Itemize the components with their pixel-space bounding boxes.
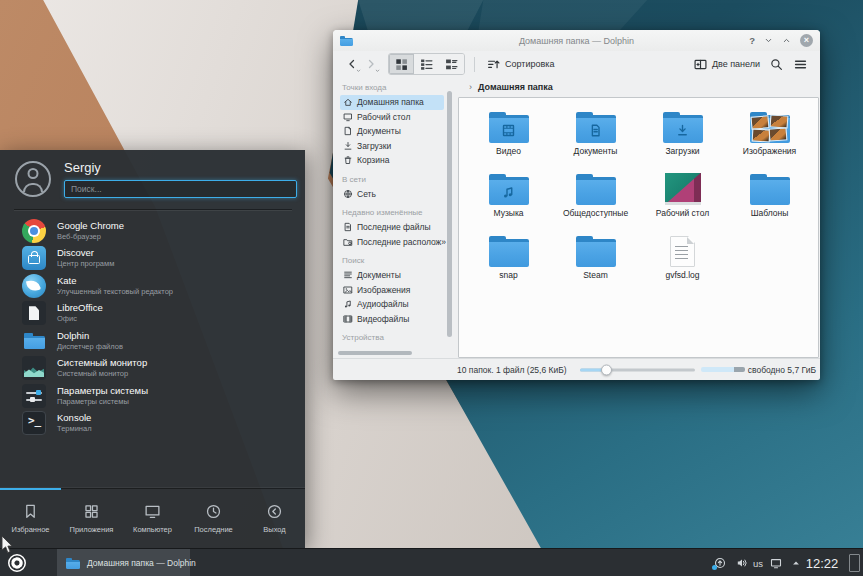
file-label: gvfsd.log bbox=[665, 270, 699, 280]
close-button[interactable]: × bbox=[800, 34, 813, 47]
clipboard-tray-icon[interactable] bbox=[770, 557, 782, 569]
favorite-item[interactable]: Параметры системы Параметры системы bbox=[0, 382, 305, 410]
places-horizontal-scrollbar[interactable] bbox=[338, 351, 412, 355]
launcher-tab-Последние[interactable]: Последние bbox=[183, 489, 244, 548]
recent-location-icon bbox=[343, 237, 353, 247]
places-item-label: Видеофайлы bbox=[357, 314, 409, 324]
file-label: Steam bbox=[583, 270, 608, 280]
places-item[interactable]: Аудиофайлы bbox=[340, 297, 444, 312]
zoom-slider-knob[interactable] bbox=[601, 364, 612, 375]
favorite-item[interactable]: Discover Центр программ bbox=[0, 245, 305, 273]
keyboard-layout-indicator[interactable]: us bbox=[753, 557, 763, 568]
file-item[interactable]: Видео bbox=[465, 107, 552, 169]
icons-view-button[interactable] bbox=[389, 54, 414, 74]
updates-tray-icon[interactable] bbox=[714, 557, 726, 569]
user-name: Sergiy bbox=[64, 160, 101, 175]
clock-icon bbox=[205, 503, 222, 520]
file-item[interactable]: Документы bbox=[552, 107, 639, 169]
show-desktop-button[interactable] bbox=[849, 554, 860, 572]
favorite-item[interactable]: Dolphin Диспетчер файлов bbox=[0, 327, 305, 355]
file-item[interactable]: Рабочий стол bbox=[639, 169, 726, 231]
folder-icon bbox=[66, 558, 80, 569]
tree-view-button[interactable] bbox=[439, 54, 464, 74]
places-item[interactable]: Домашняя папка bbox=[340, 95, 444, 110]
volume-tray-icon[interactable] bbox=[736, 557, 748, 569]
menu-button[interactable] bbox=[790, 54, 811, 74]
favorite-item[interactable]: >_ Konsole Терминал bbox=[0, 410, 305, 438]
places-item-label: Последние располож» bbox=[357, 237, 446, 247]
favorite-subtitle: Системный монитор bbox=[57, 370, 147, 378]
minimize-button[interactable] bbox=[764, 36, 773, 45]
zoom-slider[interactable] bbox=[580, 364, 695, 375]
places-item[interactable]: Изображения bbox=[340, 283, 444, 298]
document-overlay-icon bbox=[576, 118, 616, 142]
split-view-button[interactable]: Две панели bbox=[691, 54, 763, 74]
places-item[interactable]: Видеофайлы bbox=[340, 312, 444, 327]
breadcrumb[interactable]: › Домашняя папка bbox=[458, 77, 820, 97]
favorite-item[interactable]: Kate Улучшенный текстовый редактор bbox=[0, 272, 305, 300]
details-view-button[interactable] bbox=[414, 54, 439, 74]
file-item[interactable]: Шаблоны bbox=[726, 169, 813, 231]
search-input[interactable] bbox=[64, 180, 297, 198]
favorite-item[interactable]: Системный монитор Системный монитор bbox=[0, 355, 305, 383]
file-label: Изображения bbox=[743, 146, 796, 156]
places-item[interactable]: Документы bbox=[340, 124, 444, 139]
titlebar[interactable]: Домашняя папка — Dolphin ? × bbox=[333, 30, 820, 51]
launcher-tab-label: Компьютер bbox=[133, 525, 172, 534]
places-panel: Точки входаДомашняя папкаРабочий столДок… bbox=[333, 77, 458, 358]
favorite-subtitle: Терминал bbox=[57, 425, 92, 433]
split-view-icon bbox=[694, 58, 707, 71]
file-item[interactable]: Загрузки bbox=[639, 107, 726, 169]
launcher-divider bbox=[14, 209, 292, 210]
film-overlay-icon bbox=[489, 118, 529, 142]
places-vertical-scrollbar[interactable] bbox=[447, 91, 452, 337]
launcher-tab-Выход[interactable]: Выход bbox=[244, 489, 305, 548]
favorite-subtitle: Параметры системы bbox=[57, 398, 148, 406]
user-avatar[interactable] bbox=[15, 161, 51, 197]
photo-thumbnails bbox=[751, 115, 789, 143]
sort-button[interactable]: Сортировка bbox=[484, 54, 557, 74]
places-section-header: В сети bbox=[342, 175, 444, 184]
taskbar-task-dolphin[interactable]: Домашняя папка — Dolphin bbox=[57, 549, 190, 576]
help-button[interactable]: ? bbox=[749, 35, 755, 46]
favorite-item[interactable]: LibreOffice Офис bbox=[0, 300, 305, 328]
back-button[interactable] bbox=[342, 54, 361, 74]
trash-icon bbox=[343, 155, 353, 165]
launcher-tab-Приложения[interactable]: Приложения bbox=[61, 489, 122, 548]
audio-icon bbox=[343, 299, 353, 309]
places-item-label: Аудиофайлы bbox=[357, 299, 409, 309]
favorite-title: Discover bbox=[57, 248, 114, 259]
clock[interactable]: 12:22 bbox=[800, 555, 844, 570]
places-item[interactable]: Рабочий стол bbox=[340, 110, 444, 125]
folder-view[interactable]: Видео Документы Загрузки Изображения Муз… bbox=[458, 97, 819, 358]
favorite-title: Google Chrome bbox=[57, 221, 124, 232]
file-label: Общедоступные bbox=[563, 208, 628, 218]
places-item-label: Загрузки bbox=[357, 141, 391, 151]
places-item[interactable]: Корзина bbox=[340, 153, 444, 168]
maximize-button[interactable] bbox=[782, 36, 791, 45]
favorite-subtitle: Веб-браузер bbox=[57, 233, 124, 241]
forward-button[interactable] bbox=[361, 54, 380, 74]
file-item[interactable]: Общедоступные bbox=[552, 169, 639, 231]
file-item[interactable]: Steam bbox=[552, 231, 639, 293]
places-item[interactable]: Последние располож» bbox=[340, 235, 444, 250]
file-item[interactable]: Изображения bbox=[726, 107, 813, 169]
places-item[interactable]: Последние файлы bbox=[340, 220, 444, 235]
folder-icon bbox=[576, 174, 616, 205]
places-item[interactable]: Загрузки bbox=[340, 139, 444, 154]
favorite-subtitle: Офис bbox=[57, 315, 103, 323]
search-icon bbox=[770, 58, 783, 71]
search-button[interactable] bbox=[766, 54, 787, 74]
places-item[interactable]: Сеть bbox=[340, 187, 444, 202]
recent-file-icon bbox=[343, 222, 353, 232]
places-item-label: Корзина bbox=[357, 155, 389, 165]
folder-icon bbox=[576, 236, 616, 267]
launcher-tab-Компьютер[interactable]: Компьютер bbox=[122, 489, 183, 548]
file-item[interactable]: gvfsd.log bbox=[639, 231, 726, 293]
konsole-icon: >_ bbox=[22, 411, 46, 435]
places-item[interactable]: Документы bbox=[340, 268, 444, 283]
favorite-item[interactable]: Google Chrome Веб-браузер bbox=[0, 217, 305, 245]
file-item[interactable]: snap bbox=[465, 231, 552, 293]
file-item[interactable]: Музыка bbox=[465, 169, 552, 231]
places-item-label: Рабочий стол bbox=[357, 112, 410, 122]
